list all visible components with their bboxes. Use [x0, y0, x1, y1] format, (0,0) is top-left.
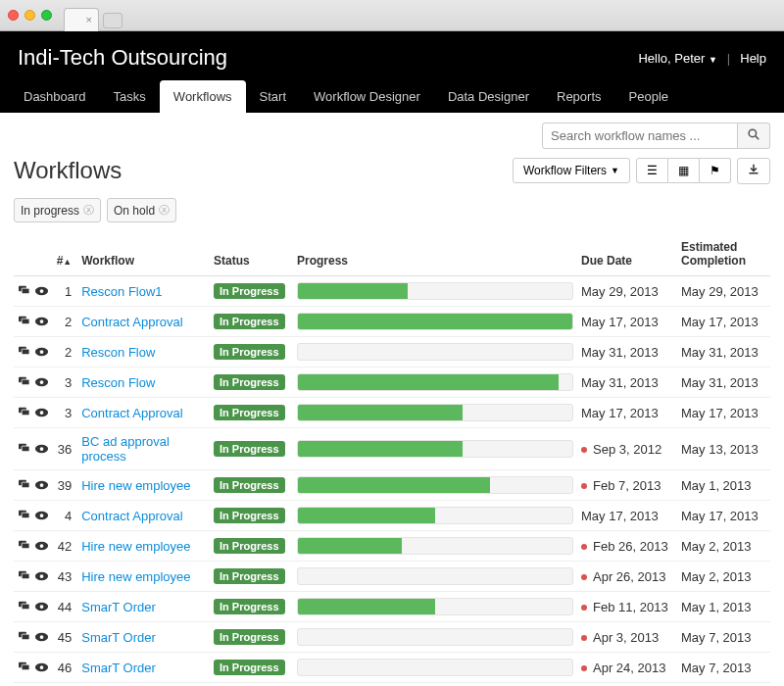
workflow-link[interactable]: Rescon Flow — [81, 375, 155, 390]
row-number: 1 — [53, 276, 78, 307]
download-icon — [748, 164, 760, 178]
eye-icon[interactable] — [34, 406, 49, 420]
minimize-window-icon[interactable] — [24, 10, 35, 21]
comment-icon[interactable] — [18, 315, 30, 329]
svg-rect-39 — [22, 573, 29, 579]
progress-bar — [297, 282, 573, 300]
filter-tag-in-progress[interactable]: In progress ⓧ — [14, 198, 101, 222]
nav-people[interactable]: People — [615, 80, 682, 113]
comment-icon[interactable] — [18, 284, 30, 299]
eye-icon[interactable] — [34, 375, 49, 390]
workflow-link[interactable]: Rescon Flow — [81, 345, 155, 360]
progress-bar — [297, 659, 573, 676]
status-badge: In Progress — [214, 508, 285, 523]
workflow-link[interactable]: Rescon Flow1 — [81, 284, 162, 299]
comment-icon[interactable] — [18, 442, 30, 457]
col-workflow[interactable]: Workflow — [77, 234, 210, 276]
table-row: 39Hire new employeeIn ProgressFeb 7, 201… — [14, 470, 770, 501]
col-number[interactable]: #▲ — [53, 234, 78, 276]
new-tab-button[interactable] — [103, 13, 122, 28]
svg-point-9 — [39, 319, 43, 323]
due-date: May 31, 2013 — [577, 337, 677, 368]
status-badge: In Progress — [214, 568, 285, 584]
estimated-completion: May 17, 2013 — [677, 398, 770, 428]
eye-icon[interactable] — [34, 442, 49, 457]
comment-icon[interactable] — [18, 539, 30, 554]
table-row: 2Rescon FlowIn ProgressMay 31, 2013May 3… — [14, 337, 770, 368]
comment-icon[interactable] — [18, 569, 30, 584]
download-button[interactable] — [737, 158, 770, 184]
table-row: 36BC ad approval processIn ProgressSep 3… — [14, 428, 770, 470]
workflow-link[interactable]: Hire new employee — [81, 569, 190, 584]
comment-icon[interactable] — [18, 406, 30, 420]
col-estimated[interactable]: Estimated Completion — [677, 234, 770, 276]
workflow-link[interactable]: Contract Approval — [81, 315, 182, 329]
comment-icon[interactable] — [18, 600, 30, 614]
remove-filter-icon[interactable]: ⓧ — [83, 203, 94, 218]
filter-tag-on-hold[interactable]: On hold ⓧ — [107, 198, 176, 222]
svg-point-5 — [39, 289, 43, 293]
comment-icon[interactable] — [18, 478, 30, 493]
due-date: Apr 26, 2013 — [577, 683, 677, 687]
workflow-link[interactable]: BC ad approval process — [81, 434, 170, 464]
close-tab-icon[interactable]: × — [86, 14, 92, 25]
due-date: Apr 24, 2013 — [577, 653, 677, 683]
search-input[interactable] — [542, 122, 738, 149]
col-status[interactable]: Status — [210, 234, 293, 276]
svg-point-21 — [39, 411, 43, 415]
user-greeting[interactable]: Hello, Peter ▼ — [638, 51, 716, 66]
workflow-filters-button[interactable]: Workflow Filters ▼ — [513, 158, 630, 183]
nav-reports[interactable]: Reports — [543, 80, 615, 113]
workflow-link[interactable]: Hire new employee — [81, 478, 190, 493]
eye-icon[interactable] — [34, 630, 49, 645]
help-link[interactable]: Help — [740, 51, 766, 66]
col-due[interactable]: Due Date — [577, 234, 677, 276]
workflow-link[interactable]: SmarT Order — [81, 661, 156, 675]
comment-icon[interactable] — [18, 630, 30, 645]
eye-icon[interactable] — [34, 478, 49, 493]
svg-point-45 — [39, 605, 43, 609]
browser-tab[interactable]: × — [64, 8, 99, 31]
workflow-link[interactable]: Hire new employee — [81, 539, 190, 554]
nav-data-designer[interactable]: Data Designer — [434, 80, 543, 113]
comment-icon[interactable] — [18, 661, 30, 675]
comment-icon[interactable] — [18, 345, 30, 360]
svg-rect-19 — [22, 410, 29, 416]
overdue-indicator-icon — [581, 665, 587, 671]
table-row: 44SmarT OrderIn ProgressFeb 11, 2013May … — [14, 592, 770, 622]
progress-bar — [297, 343, 573, 361]
nav-start[interactable]: Start — [246, 80, 300, 113]
view-list-button[interactable]: ☰ — [636, 158, 668, 183]
zoom-window-icon[interactable] — [41, 10, 52, 21]
eye-icon[interactable] — [34, 661, 49, 675]
workflow-link[interactable]: Contract Approval — [81, 509, 182, 523]
workflow-link[interactable]: SmarT Order — [81, 630, 156, 645]
eye-icon[interactable] — [34, 600, 49, 614]
comment-icon[interactable] — [18, 509, 30, 523]
workflow-link[interactable]: Contract Approval — [81, 406, 182, 420]
eye-icon[interactable] — [34, 284, 49, 299]
eye-icon[interactable] — [34, 539, 49, 554]
due-date: Sep 3, 2012 — [577, 428, 677, 470]
eye-icon[interactable] — [34, 569, 49, 584]
nav-workflow-designer[interactable]: Workflow Designer — [300, 80, 434, 113]
row-number: 39 — [53, 470, 78, 501]
nav-dashboard[interactable]: Dashboard — [10, 80, 100, 113]
view-grid-button[interactable]: ▦ — [668, 158, 700, 183]
nav-workflows[interactable]: Workflows — [160, 80, 246, 113]
close-window-icon[interactable] — [8, 10, 19, 21]
overdue-indicator-icon — [581, 483, 587, 489]
eye-icon[interactable] — [34, 509, 49, 523]
workflow-link[interactable]: SmarT Order — [81, 600, 156, 614]
eye-icon[interactable] — [34, 315, 49, 329]
col-progress[interactable]: Progress — [293, 234, 577, 276]
remove-filter-icon[interactable]: ⓧ — [159, 203, 170, 218]
search-button[interactable] — [738, 122, 770, 149]
view-flag-button[interactable]: ⚑ — [700, 158, 731, 183]
nav-tasks[interactable]: Tasks — [100, 80, 160, 113]
table-row: 3Contract ApprovalIn ProgressMay 17, 201… — [14, 398, 770, 428]
eye-icon[interactable] — [34, 345, 49, 360]
comment-icon[interactable] — [18, 375, 30, 390]
estimated-completion: May 31, 2013 — [677, 368, 770, 398]
status-badge: In Progress — [214, 660, 285, 675]
